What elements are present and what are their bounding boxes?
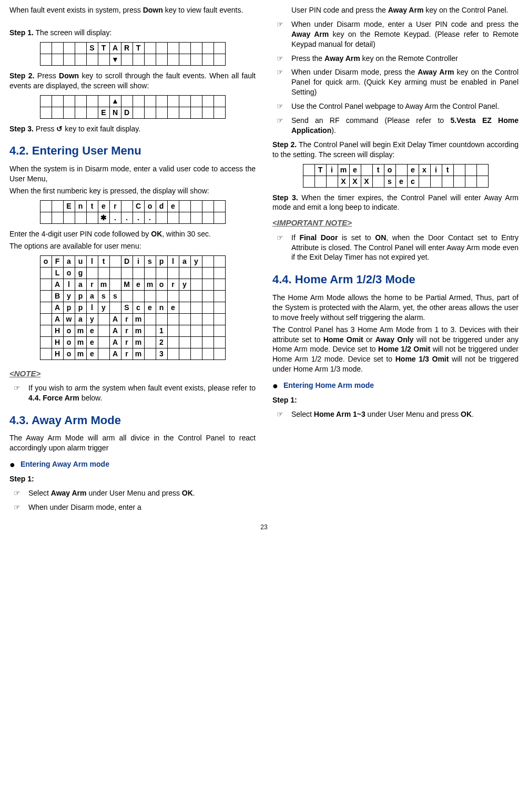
imp-a: If [291,233,299,242]
lcd-cell [40,212,52,223]
lcd-cell: . [133,212,144,223]
lcd-cell [98,95,109,107]
lcd-cell [214,313,225,325]
lcd-cell: e [133,279,144,290]
lcd-cell: e [395,176,407,187]
r4: When under Disarm mode, press the Away A… [291,67,519,97]
lcd-cell: a [75,313,86,325]
lcd-cell: A [109,336,121,348]
note-item: If you wish to arm the system when fault… [28,383,256,403]
s44-p2-d: Away Only [375,335,414,344]
note-list: If you wish to arm the system when fault… [9,383,256,403]
lcd-cell [144,325,156,336]
disc-icon: ● [9,459,15,470]
lcd-cell [109,267,121,279]
s44-p2-h: Home 1/3 Omit [395,355,449,363]
lcd-cell [190,336,202,348]
lcd-cell [40,290,52,302]
home-arm-bullet-text: Entering Home Arm mode [283,381,374,389]
lcd-cell: r [86,279,98,290]
important-note-heading: <IMPORTANT NOTE> [272,218,519,228]
r-step2-text: The Control Panel will begin Exit Delay … [272,140,519,159]
lcd-cell: l [86,302,98,313]
step2: Step 2. Press Down key to scroll through… [9,71,256,91]
lcd-cell: e [144,302,156,313]
lcd-cell [202,302,214,313]
lcd-cell [144,290,156,302]
section-4-2-title: 4.2. Entering User Menu [9,143,256,159]
lcd-cell [40,42,52,54]
lcd-cell [179,54,190,65]
lcd-cell: H [52,325,63,336]
important-list: If Final Door is set to ON, when the Doo… [272,233,519,263]
lcd-cell [202,107,214,118]
step3-label: Step 3. [9,125,34,133]
lcd-menu-wrap: oFault Display Log Alarm Memory Bypass A… [9,253,256,363]
r-step2: Step 2. The Control Panel will begin Exi… [272,140,519,160]
lcd-cell [190,325,202,336]
lcd-cell: r [121,313,133,325]
lcd-cell: e [86,336,98,348]
lcd-cell: e [86,325,98,336]
lcd-cell: E [98,107,109,118]
lcd-cell [86,95,98,107]
lcd-cell: 3 [156,348,167,359]
r-step3: Step 3. When the timer expires, the Cont… [272,193,519,213]
lcd-cell [202,212,214,223]
lcd-cell: m [75,336,86,348]
lcd-cell: T [133,42,144,54]
lcd-cell [214,200,225,212]
lcd-cell: S [121,302,133,313]
lcd-cell: t [98,255,109,267]
lcd-cell: m [133,336,144,348]
lcd-cell [179,302,190,313]
lcd-cell [202,325,214,336]
lcd-cell [156,107,167,118]
lcd-cell [202,200,214,212]
step2-a: Press [34,71,59,80]
lcd-cell [179,336,190,348]
lcd-cell [202,290,214,302]
lcd-cell [121,290,133,302]
lcd-cell [144,107,156,118]
lcd-cell [190,302,202,313]
step1: Step 1. The screen will display: [9,28,256,38]
lcd-cell: y [86,313,98,325]
r1-a: User PIN code and press the [291,6,388,14]
lcd-cell [465,176,476,187]
lcd-cell: e [167,302,179,313]
lcd-cell [190,107,202,118]
lcd-cell: s [98,290,109,302]
r5: Use the Control Panel webpage to Away Ar… [291,101,519,111]
lcd-cell: p [63,302,75,313]
s44-p2-b: Home Omit [323,335,363,344]
r1-b: Away Arm [388,6,424,14]
lcd-cell: e [349,164,361,176]
lcd-cell: L [52,267,63,279]
home-arm-bullet: ●Entering Home Arm mode [272,379,519,392]
lcd-cell: m [133,325,144,336]
lcd-cell: o [63,336,75,348]
r3-a: Press the [291,54,324,63]
lcd-cell [167,42,179,54]
lcd-cell [190,95,202,107]
return-icon: ↺ [56,125,63,133]
lcd-end: ▲ END [40,95,226,119]
lcd-cell [63,54,75,65]
lcd-cell: A [109,348,121,359]
lcd-cell [156,267,167,279]
lcd-cell: B [52,290,63,302]
lcd-cell [40,348,52,359]
lcd-cell [453,164,465,176]
lcd-cell [98,267,109,279]
lcd-cell [98,54,109,65]
lcd-cell [167,348,179,359]
lcd-cell: 2 [156,336,167,348]
lcd-cell [144,348,156,359]
lcd-cell: . [109,212,121,223]
lcd-cell: e [167,200,179,212]
r3-c: key on the Remote Controller [360,54,458,63]
page-number: 23 [9,523,519,531]
lcd-cell: l [86,255,98,267]
lcd-cell [190,348,202,359]
